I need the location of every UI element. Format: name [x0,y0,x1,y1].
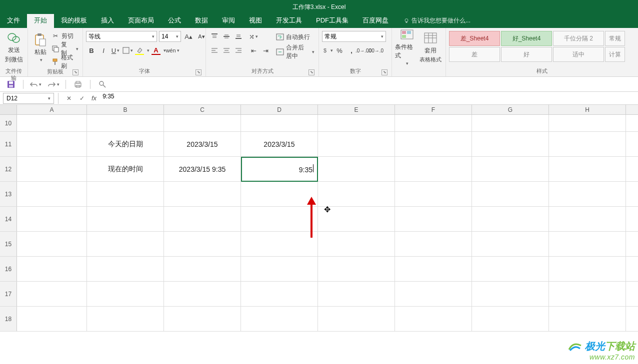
cancel-icon[interactable]: ✕ [62,93,76,104]
cell[interactable] [549,182,626,206]
col-head-C[interactable]: C [164,105,241,114]
italic-button[interactable]: I [98,45,109,56]
row-head-11[interactable]: 11 [0,132,17,156]
cell[interactable] [549,132,626,156]
tab-templates[interactable]: 我的模板 [54,13,94,28]
align-right-icon[interactable] [233,45,244,56]
cell[interactable] [87,257,164,281]
cell-D11[interactable]: 2023/3/15 [241,132,318,156]
cell-C12[interactable]: 2023/3/15 9:35 [164,157,241,181]
col-head-B[interactable]: B [87,105,164,114]
style-tile-good2[interactable]: 好 [501,47,552,62]
cell[interactable] [17,282,87,306]
cell[interactable] [318,132,395,156]
cell[interactable] [17,132,87,156]
number-format-select[interactable]: 常规▾ [322,31,386,42]
tab-baidu[interactable]: 百度网盘 [356,13,396,28]
cell[interactable] [87,282,164,306]
row-head-14[interactable]: 14 [0,207,17,231]
cell[interactable] [549,157,626,181]
style-tile-thousand[interactable]: 千位分隔 2 [553,31,604,46]
tab-view[interactable]: 视图 [242,13,269,28]
cell[interactable] [395,207,472,231]
cell[interactable] [318,257,395,281]
cell[interactable] [472,232,549,256]
tab-developer[interactable]: 开发工具 [269,13,309,28]
dialog-launcher-icon[interactable]: ⬊ [196,69,202,75]
cell[interactable] [241,232,318,256]
percent-icon[interactable]: % [334,45,345,56]
cell[interactable] [549,207,626,231]
cell[interactable] [395,282,472,306]
cell[interactable] [318,182,395,206]
cell[interactable] [164,182,241,206]
cell[interactable] [17,207,87,231]
cell[interactable] [472,115,549,131]
cell[interactable] [472,257,549,281]
style-tile-bad2[interactable]: 差 [449,47,500,62]
style-tile-calc[interactable]: 计算 [605,47,625,62]
send-to-wechat-button[interactable]: 发送 到微信 [3,29,24,66]
cell[interactable] [164,307,241,331]
merge-center-button[interactable]: 合并后居中 ▾ [275,46,316,58]
bold-button[interactable]: B [86,45,97,56]
row-head-16[interactable]: 16 [0,257,17,281]
cell[interactable] [87,182,164,206]
print-icon[interactable] [72,78,84,90]
cell[interactable] [549,257,626,281]
cell[interactable] [395,307,472,331]
orientation-icon[interactable]: ⤮▾ [248,31,259,42]
tab-data[interactable]: 数据 [188,13,215,28]
cell[interactable] [164,115,241,131]
border-button[interactable]: ▾ [122,45,133,56]
cell-styles-gallery[interactable]: 差_Sheet4 好_Sheet4 千位分隔 2 差 好 适中 [449,31,604,62]
cell[interactable] [549,282,626,306]
cell[interactable] [241,115,318,131]
tab-home[interactable]: 开始 [27,13,54,28]
cell[interactable] [318,115,395,131]
increase-font-icon[interactable]: A▴ [183,31,194,42]
tab-insert[interactable]: 插入 [94,13,121,28]
cell[interactable] [395,232,472,256]
cell[interactable] [318,307,395,331]
align-left-icon[interactable] [209,45,220,56]
col-head-D[interactable]: D [241,105,318,114]
cell-D12[interactable]: 9:35 [241,157,318,181]
tab-pdf[interactable]: PDF工具集 [309,13,356,28]
enter-icon[interactable]: ✓ [76,93,88,104]
paste-button[interactable]: 粘贴 ▾ [31,29,50,66]
cell[interactable] [549,307,626,331]
tell-me[interactable]: 告诉我您想要做什么... [398,13,476,28]
tab-formulas[interactable]: 公式 [161,13,188,28]
style-tile-good[interactable]: 好_Sheet4 [501,31,552,46]
fill-color-button[interactable] [135,46,144,55]
cell[interactable] [549,232,626,256]
row-head-10[interactable]: 10 [0,115,17,131]
col-head-F[interactable]: F [395,105,472,114]
font-size-select[interactable]: 14▾ [159,31,181,42]
cell[interactable] [164,232,241,256]
style-tile-bad[interactable]: 差_Sheet4 [449,31,500,46]
cell[interactable] [549,115,626,131]
conditional-format-button[interactable]: 条件格式 ▾ [395,29,419,66]
formula-input[interactable]: 9:35 [100,93,638,104]
cell[interactable] [87,232,164,256]
cell[interactable] [472,207,549,231]
decrease-decimal-icon[interactable]: .00→.0 [370,45,381,56]
cell[interactable] [318,157,395,181]
row-head-13[interactable]: 13 [0,182,17,206]
cell[interactable] [87,307,164,331]
decrease-indent-icon[interactable]: ⇤ [248,45,259,56]
search-icon[interactable] [96,78,108,90]
cell[interactable] [17,232,87,256]
undo-icon[interactable]: ▾ [30,78,42,90]
row-head-18[interactable]: 18 [0,307,17,331]
cell[interactable] [164,257,241,281]
phonetic-button[interactable]: wén▾ [167,45,178,56]
row-head-17[interactable]: 17 [0,282,17,306]
tab-file[interactable]: 文件 [0,13,27,28]
cell[interactable] [395,115,472,131]
style-tile-normal[interactable]: 常规 [605,31,625,46]
cell[interactable] [395,182,472,206]
cell[interactable] [318,207,395,231]
